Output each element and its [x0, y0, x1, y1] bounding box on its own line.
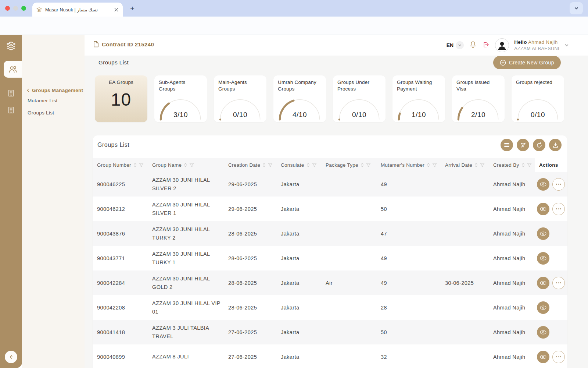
new-tab-button[interactable]: +: [128, 4, 137, 13]
cell-actions: [535, 326, 567, 339]
browser-tab[interactable]: Masar Nusuk | نسك مسار: [32, 3, 123, 17]
nav-branch-icon[interactable]: [0, 102, 22, 118]
sort-icon[interactable]: [262, 163, 266, 167]
language-selector[interactable]: EN: [447, 41, 464, 49]
filter-funnel-icon[interactable]: [366, 163, 371, 167]
filter-funnel-icon[interactable]: [312, 163, 317, 167]
sidebar-item-groups-list[interactable]: Groups List: [28, 110, 54, 116]
table-menu-button[interactable]: [501, 139, 513, 151]
ellipsis-icon: [556, 184, 561, 185]
create-new-group-button[interactable]: Create New Group: [493, 56, 561, 69]
cell-created-by: Ahmad Najih: [489, 231, 535, 237]
stat-card-ratio: 0/10: [512, 111, 564, 119]
cell-group-number: 900046225: [93, 181, 148, 187]
download-button[interactable]: [549, 139, 562, 151]
user-name: Ahmad Najih: [528, 39, 558, 45]
filter-funnel-icon[interactable]: [139, 163, 144, 167]
notifications-bell-icon[interactable]: [469, 40, 477, 50]
document-icon: [93, 41, 99, 47]
site-favicon: [36, 7, 42, 13]
clear-filters-button[interactable]: [517, 139, 529, 151]
stat-card[interactable]: Groups Under Process 0/10: [333, 75, 386, 122]
view-group-button[interactable]: [537, 252, 549, 265]
refresh-button[interactable]: [533, 139, 545, 151]
stat-card-label: Groups Under Process: [337, 79, 381, 92]
stat-card-label: Groups Waiting Payment: [397, 79, 441, 92]
cell-consulate: Jakarta: [276, 329, 321, 335]
row-more-actions-button[interactable]: [552, 277, 565, 289]
logout-icon[interactable]: [482, 41, 490, 50]
cell-group-number: 900042208: [93, 305, 148, 311]
stat-card[interactable]: EA Groups 10: [95, 75, 147, 122]
view-group-button[interactable]: [537, 301, 549, 314]
table-row: 900043771 AZZAM 30 JUNI HILAL TURKY 1 28…: [93, 246, 567, 270]
filter-funnel-icon[interactable]: [189, 163, 194, 167]
filter-funnel-icon[interactable]: [480, 163, 485, 167]
close-tab-icon[interactable]: [113, 7, 119, 13]
stat-card[interactable]: Sub-Agents Groups 3/10: [154, 75, 207, 122]
cell-consulate: Jakarta: [276, 231, 321, 237]
view-group-button[interactable]: [537, 351, 549, 363]
cell-group-number: 900041418: [93, 329, 148, 335]
filter-funnel-icon[interactable]: [268, 163, 273, 167]
stat-card[interactable]: Umrah Company Groups 4/10: [273, 75, 326, 122]
column-header-group-name[interactable]: Group Name: [148, 158, 224, 172]
cell-actions: [535, 227, 567, 240]
close-window-button[interactable]: [5, 6, 10, 11]
sidebar-item-mutamer-list[interactable]: Mutamer List: [28, 98, 58, 103]
stat-card[interactable]: Groups Waiting Payment 1/10: [392, 75, 445, 122]
view-group-button[interactable]: [537, 277, 549, 289]
cell-arrival-date: 30-06-2025: [441, 280, 489, 286]
row-more-actions-button[interactable]: [552, 178, 565, 191]
view-group-button[interactable]: [537, 227, 549, 240]
sort-icon[interactable]: [184, 163, 187, 167]
cell-group-name: AZZAM 30 JUNI HILAL SILVER 1: [148, 201, 224, 217]
cell-creation-date: 28-06-2025: [224, 231, 276, 237]
nav-groups-icon[interactable]: [4, 61, 22, 78]
user-menu-chevron-icon[interactable]: [564, 43, 569, 47]
view-group-button[interactable]: [537, 326, 549, 339]
sort-icon[interactable]: [521, 163, 525, 167]
column-header-created-by[interactable]: Created By: [489, 158, 535, 172]
nav-company-icon[interactable]: [0, 85, 22, 102]
maximize-window-button[interactable]: [21, 6, 26, 11]
company-name: AZZAM ALBAESUNI: [514, 46, 559, 52]
stat-card[interactable]: Main-Agents Groups 0/10: [214, 75, 266, 122]
cell-consulate: Jakarta: [276, 354, 321, 360]
stat-card[interactable]: Groups rejected 0/10: [512, 75, 564, 122]
sidebar-section-groups-management[interactable]: Groups Management: [27, 88, 83, 93]
filter-funnel-icon[interactable]: [527, 163, 532, 167]
column-header-consulate[interactable]: Consulate: [276, 158, 321, 172]
sort-icon[interactable]: [133, 163, 137, 167]
tab-search-chevron-icon[interactable]: [570, 2, 583, 14]
cell-consulate: Jakarta: [276, 280, 321, 286]
cell-group-name: AZZAM 30 JUNI HILAL TURKY 2: [148, 225, 224, 242]
collapse-sidebar-button[interactable]: [5, 351, 17, 363]
stat-card[interactable]: Groups Issued Visa 2/10: [452, 75, 505, 122]
cell-group-name: AZZAM 30 JUNI HILAL SILVER 2: [148, 176, 224, 192]
cell-consulate: Jakarta: [276, 181, 321, 187]
column-header-group-number[interactable]: Group Number: [93, 158, 148, 172]
row-more-actions-button[interactable]: [552, 351, 565, 363]
cell-group-name: AZZAM 30 JUNI HILAL GOLD 2: [148, 275, 224, 291]
user-avatar[interactable]: [495, 38, 509, 52]
minimize-window-button[interactable]: [13, 6, 18, 11]
view-group-button[interactable]: [537, 178, 549, 191]
cell-creation-date: 28-06-2025: [224, 255, 276, 261]
column-header-mutamer-number[interactable]: Mutamer's Number: [376, 158, 441, 172]
table-row: 900041418 AZZAM 3 JULI TALBIA TRAVEL 27-…: [93, 320, 567, 344]
filter-funnel-icon[interactable]: [432, 163, 437, 167]
column-header-package-type[interactable]: Package Type: [321, 158, 376, 172]
sort-icon[interactable]: [306, 163, 310, 167]
cell-actions: [535, 178, 567, 191]
sort-icon[interactable]: [474, 163, 478, 167]
stat-card-ratio: 0/10: [333, 111, 386, 119]
language-label: EN: [447, 42, 453, 48]
column-header-creation-date[interactable]: Creation Date: [224, 158, 276, 172]
sort-icon[interactable]: [427, 163, 430, 167]
column-header-arrival-date[interactable]: Arrival Date: [441, 158, 489, 172]
sort-icon[interactable]: [361, 163, 364, 167]
user-greeting[interactable]: Hello Ahmad Najih AZZAM ALBAESUNI: [514, 39, 559, 52]
row-more-actions-button[interactable]: [552, 203, 565, 215]
view-group-button[interactable]: [537, 203, 549, 215]
